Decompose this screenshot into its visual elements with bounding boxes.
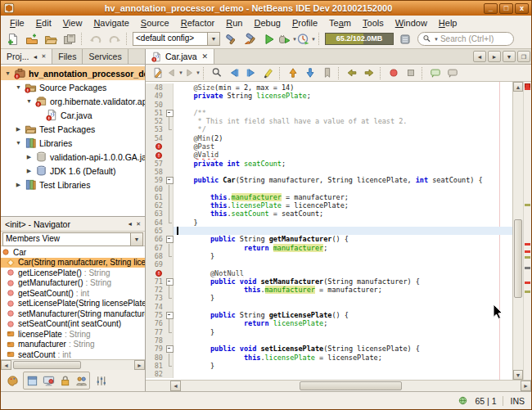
tree-item[interactable]: ▶JDK 1.6 (Default) <box>1 164 145 178</box>
scroll-right-icon[interactable]: ► <box>521 381 531 391</box>
expand-icon[interactable]: ▶ <box>25 154 33 160</box>
navigator-hscrollbar[interactable]: ◄ ► <box>1 359 145 370</box>
find-previous-button[interactable] <box>225 65 242 80</box>
macro-stop-button[interactable] <box>402 65 419 80</box>
scroll-left-icon[interactable]: ◄ <box>170 381 181 391</box>
list-item[interactable]: getSeatCount() : int <box>1 288 145 299</box>
uncomment-button[interactable] <box>444 65 461 80</box>
scroll-tabs-right-button[interactable]: ► <box>488 51 501 62</box>
menu-file[interactable]: File <box>4 17 30 29</box>
list-item[interactable]: Car(String manufacturer, String licenceP… <box>1 258 145 268</box>
list-item[interactable]: setManufacturer(String manufacturer) <box>1 309 145 319</box>
minimize-button[interactable]: _ <box>484 3 498 14</box>
code-line[interactable]: 65 <box>146 227 512 235</box>
fold-collapse-icon[interactable] <box>165 277 174 286</box>
fold-collapse-icon[interactable] <box>165 109 174 117</box>
error-stripe-mark[interactable] <box>525 243 530 246</box>
run-button[interactable] <box>259 30 278 47</box>
menu-refactor[interactable]: Refactor <box>175 17 221 29</box>
expand-icon[interactable]: ▶ <box>25 168 33 174</box>
save-all-button[interactable] <box>60 30 79 47</box>
code-line[interactable]: 80 this.licensePlate = licensePlate; <box>146 354 512 362</box>
fold-collapse-icon[interactable] <box>165 235 174 243</box>
sliders-button[interactable] <box>92 372 109 389</box>
tab-car-java[interactable]: Car.java ✕ <box>146 49 214 64</box>
code-line[interactable]: 79 public void setLicensePlate(String li… <box>146 345 512 353</box>
warning-stripe-mark[interactable] <box>525 291 530 293</box>
find-next-button[interactable] <box>242 65 259 80</box>
code-line[interactable]: 66 public String getManufacturer() { <box>146 235 512 243</box>
open-project-button[interactable] <box>41 30 60 47</box>
scroll-right-icon[interactable]: ► <box>134 360 145 370</box>
maximize-window-button[interactable]: ❐ <box>517 51 530 62</box>
chevron-down-icon[interactable]: ▼ <box>311 37 316 42</box>
profile-button[interactable]: ▼ <box>297 30 316 47</box>
minimize-window-icon[interactable]: ◄ <box>32 54 38 60</box>
monitor-button[interactable] <box>40 372 56 389</box>
build-button[interactable] <box>222 30 241 47</box>
navigator-view-combobox[interactable]: Members View ▼ <box>1 232 145 246</box>
maximize-button[interactable]: □ <box>499 3 513 14</box>
menu-window[interactable]: Window <box>390 17 433 29</box>
collapse-icon[interactable]: ▼ <box>4 70 11 76</box>
new-project-button[interactable] <box>22 30 41 47</box>
comment-button[interactable] <box>426 65 444 80</box>
next-bookmark-button[interactable] <box>301 65 318 80</box>
find-button[interactable] <box>208 65 225 80</box>
memory-meter[interactable]: 65.2/102.0MB <box>325 33 394 45</box>
menu-debug[interactable]: Debug <box>248 17 286 29</box>
scrollbar-track[interactable] <box>513 92 523 370</box>
list-item[interactable]: setSeatCount(int seatCount) <box>1 319 145 330</box>
caret-stripe-mark[interactable] <box>525 267 530 269</box>
menu-edit[interactable]: Edit <box>30 17 57 29</box>
menu-tools[interactable]: Tools <box>357 17 390 29</box>
back-button[interactable]: ▼ <box>166 65 183 80</box>
tab-list-dropdown-button[interactable]: ▼ <box>503 51 516 62</box>
tree-item[interactable]: ▶validation-api-1.0.0.GA.jar <box>1 150 145 164</box>
menu-view[interactable]: View <box>57 17 88 29</box>
code-line[interactable]: 63 this.seatCount = seatCount; <box>146 210 512 218</box>
code-line[interactable]: 67 return manufacturer; <box>146 244 512 252</box>
code-line[interactable]: ! @Past <box>146 142 512 151</box>
tree-item[interactable]: ▼hv_annotation_processor_demo <box>1 66 145 80</box>
chevron-down-icon[interactable]: ▼ <box>208 32 220 46</box>
garbage-collect-button[interactable] <box>395 30 414 47</box>
code-line[interactable]: 75 public String getLicensePlate() { <box>146 311 512 319</box>
close-icon[interactable]: ✕ <box>41 53 46 60</box>
menu-source[interactable]: Source <box>135 17 175 29</box>
list-item[interactable]: licensePlate : String <box>1 329 145 340</box>
menu-run[interactable]: Run <box>220 17 248 29</box>
warning-stripe-mark[interactable] <box>525 256 530 259</box>
debug-button[interactable]: ▼ <box>278 30 297 47</box>
collapse-icon[interactable]: ▼ <box>25 98 33 104</box>
code-line[interactable]: 52 * This int field shall have a value o… <box>146 117 512 125</box>
config-combobox[interactable]: <default config> ▼ <box>133 32 220 46</box>
lock-button[interactable] <box>56 372 73 389</box>
tree-item[interactable]: ▼org.hibernate.validator.ap.demo <box>1 94 145 108</box>
code-line[interactable]: 73 } <box>146 294 512 302</box>
code-line[interactable]: 54 @Min(2) <box>146 134 512 142</box>
list-item[interactable]: getLicensePlate() : String <box>1 268 145 278</box>
close-icon[interactable]: ✕ <box>136 221 141 228</box>
tree-item[interactable]: ▼Source Packages <box>1 80 145 94</box>
list-item[interactable]: Car <box>1 247 145 258</box>
tree-item[interactable]: ▶Test Packages <box>1 122 145 136</box>
error-stripe[interactable] <box>523 82 531 380</box>
menu-profile[interactable]: Profile <box>286 17 323 29</box>
close-icon[interactable]: ✕ <box>202 52 209 61</box>
error-badge[interactable]: ! <box>146 142 165 151</box>
scrollbar-track[interactable] <box>11 360 134 370</box>
scroll-left-icon[interactable]: ◄ <box>1 360 11 370</box>
code-line[interactable]: 68 } <box>146 252 512 260</box>
code-line[interactable]: 64 } <box>146 219 512 227</box>
tab-files[interactable]: Files <box>52 49 83 64</box>
close-button[interactable]: x <box>515 3 529 14</box>
expand-icon[interactable]: ▶ <box>15 182 22 188</box>
tree-item[interactable]: Car.java <box>1 108 145 122</box>
editor-vscrollbar[interactable]: ▲ ▼ <box>512 82 523 380</box>
shift-right-button[interactable] <box>360 65 377 80</box>
error-stripe-mark[interactable] <box>525 88 530 90</box>
code-line[interactable]: 59 public Car(String manufacturer, Strin… <box>146 176 512 184</box>
code-line[interactable]: 58 <box>146 168 512 176</box>
code-line[interactable]: 57 private int seatCount; <box>146 160 512 168</box>
